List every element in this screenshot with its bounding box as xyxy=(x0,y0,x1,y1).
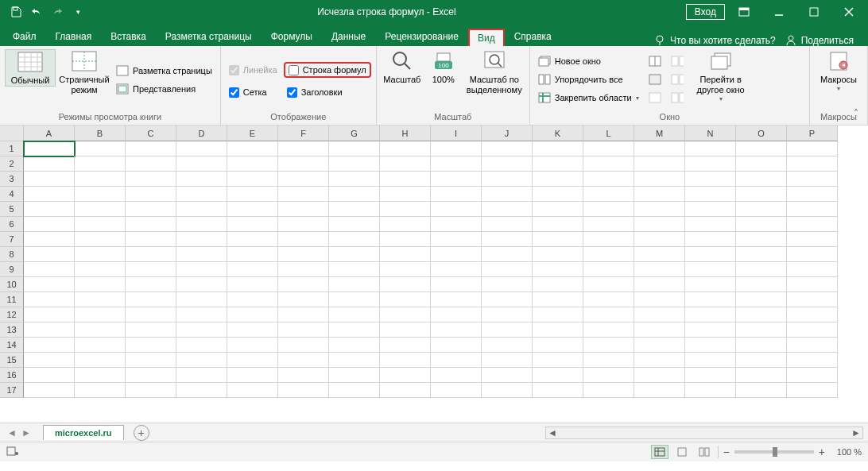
cell[interactable] xyxy=(24,156,75,172)
cell[interactable] xyxy=(24,262,75,277)
cell[interactable] xyxy=(278,262,329,277)
cell[interactable] xyxy=(634,141,685,156)
cell[interactable] xyxy=(685,322,736,338)
cell[interactable] xyxy=(176,277,227,292)
cell[interactable] xyxy=(533,217,583,232)
cell[interactable] xyxy=(787,292,838,307)
cells-area[interactable] xyxy=(24,141,838,398)
cell[interactable] xyxy=(329,292,380,307)
cell[interactable] xyxy=(736,368,787,383)
cell[interactable] xyxy=(787,187,838,202)
cell[interactable] xyxy=(24,217,75,232)
row-header[interactable]: 10 xyxy=(0,277,24,292)
cell[interactable] xyxy=(533,307,583,322)
cell[interactable] xyxy=(533,187,583,202)
cell[interactable] xyxy=(787,277,838,292)
cell[interactable] xyxy=(736,262,787,277)
cell[interactable] xyxy=(227,353,278,368)
cell[interactable] xyxy=(380,322,431,338)
cell[interactable] xyxy=(75,202,126,217)
zoom-100-button[interactable]: 100 100% xyxy=(426,49,461,85)
row-header[interactable]: 12 xyxy=(0,307,24,322)
cell[interactable] xyxy=(380,262,431,277)
cell[interactable] xyxy=(482,307,533,322)
row-header[interactable]: 1 xyxy=(0,141,24,156)
column-header[interactable]: E xyxy=(227,125,278,141)
cell[interactable] xyxy=(583,217,634,232)
cell[interactable] xyxy=(278,338,329,353)
cell[interactable] xyxy=(380,383,431,398)
redo-button[interactable] xyxy=(48,2,67,21)
cell[interactable] xyxy=(431,172,482,187)
cell[interactable] xyxy=(227,172,278,187)
cell[interactable] xyxy=(634,368,685,383)
switch-windows-button[interactable]: Перейти в другое окно xyxy=(690,49,752,103)
freeze-panes-button[interactable]: Закрепить области xyxy=(535,90,642,106)
macros-button[interactable]: Макросы xyxy=(815,49,862,93)
cell[interactable] xyxy=(685,383,736,398)
cell[interactable] xyxy=(482,232,533,247)
cell[interactable] xyxy=(736,187,787,202)
cell[interactable] xyxy=(176,262,227,277)
cell[interactable] xyxy=(24,292,75,307)
cell[interactable] xyxy=(75,172,126,187)
row-header[interactable]: 14 xyxy=(0,338,24,353)
cell[interactable] xyxy=(380,156,431,172)
gridlines-checkbox[interactable]: Сетка xyxy=(226,84,281,100)
row-header[interactable]: 9 xyxy=(0,262,24,277)
cell[interactable] xyxy=(533,202,583,217)
cell[interactable] xyxy=(329,187,380,202)
cell[interactable] xyxy=(533,368,583,383)
cell[interactable] xyxy=(736,156,787,172)
cell[interactable] xyxy=(176,156,227,172)
cell[interactable] xyxy=(126,292,176,307)
cell[interactable] xyxy=(126,232,176,247)
cell[interactable] xyxy=(278,202,329,217)
cell[interactable] xyxy=(634,187,685,202)
share-button[interactable]: Поделиться xyxy=(785,35,854,46)
cell[interactable] xyxy=(431,307,482,322)
cell[interactable] xyxy=(787,322,838,338)
cell[interactable] xyxy=(176,307,227,322)
tab-page-layout[interactable]: Разметка страницы xyxy=(156,27,262,46)
maximize-button[interactable] xyxy=(798,0,830,24)
column-header[interactable]: O xyxy=(736,125,787,141)
select-all-button[interactable] xyxy=(0,125,24,141)
zoom-slider[interactable] xyxy=(734,450,814,454)
cell[interactable] xyxy=(787,247,838,262)
cell[interactable] xyxy=(75,322,126,338)
cell[interactable] xyxy=(126,262,176,277)
cell[interactable] xyxy=(227,368,278,383)
column-header[interactable]: A xyxy=(24,125,75,141)
cell[interactable] xyxy=(431,262,482,277)
cell[interactable] xyxy=(583,338,634,353)
horizontal-scrollbar[interactable]: ◄► xyxy=(545,427,863,439)
cell[interactable] xyxy=(75,383,126,398)
cell[interactable] xyxy=(278,141,329,156)
cell[interactable] xyxy=(431,322,482,338)
cell[interactable] xyxy=(634,353,685,368)
cell[interactable] xyxy=(329,141,380,156)
tell-me-search[interactable]: Что вы хотите сделать? xyxy=(654,35,776,46)
cell[interactable] xyxy=(533,292,583,307)
cell[interactable] xyxy=(227,202,278,217)
cell[interactable] xyxy=(533,277,583,292)
cell[interactable] xyxy=(176,292,227,307)
cell[interactable] xyxy=(482,353,533,368)
cell[interactable] xyxy=(431,247,482,262)
cell[interactable] xyxy=(329,307,380,322)
row-header[interactable]: 8 xyxy=(0,247,24,262)
cell[interactable] xyxy=(787,141,838,156)
cell[interactable] xyxy=(583,292,634,307)
row-header[interactable]: 6 xyxy=(0,217,24,232)
column-header[interactable]: M xyxy=(634,125,685,141)
cell[interactable] xyxy=(533,247,583,262)
cell[interactable] xyxy=(126,383,176,398)
sheet-tab[interactable]: microexcel.ru xyxy=(43,425,124,440)
cell[interactable] xyxy=(380,353,431,368)
cell[interactable] xyxy=(685,232,736,247)
cell[interactable] xyxy=(533,338,583,353)
tab-insert[interactable]: Вставка xyxy=(101,27,156,46)
cell[interactable] xyxy=(380,338,431,353)
minimize-button[interactable] xyxy=(763,0,795,24)
